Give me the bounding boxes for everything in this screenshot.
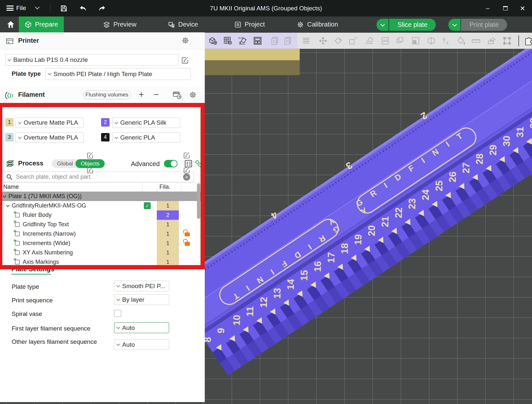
tree-scrollbar[interactable]	[197, 183, 200, 219]
filament-2-select[interactable]: Generic PLA Silk	[112, 118, 180, 128]
filament-4-swatch[interactable]: 4	[101, 133, 110, 141]
tab-project[interactable]: Project	[228, 17, 271, 32]
plugin-puzzle-icon[interactable]	[523, 36, 532, 46]
split-parts-icon[interactable]	[395, 36, 406, 46]
fila-cell[interactable]: 1	[157, 248, 179, 257]
filament-1-edit-icon[interactable]	[86, 151, 94, 159]
fila-cell[interactable]: 1	[157, 257, 179, 267]
redo-button[interactable]	[96, 4, 107, 13]
fila-cell[interactable]: 1	[157, 201, 179, 210]
file-menu[interactable]: File	[16, 5, 26, 12]
paste-icon[interactable]: P	[283, 36, 294, 46]
cut-icon[interactable]	[426, 36, 437, 46]
add-plate-icon[interactable]	[222, 36, 233, 46]
unlock-icon[interactable]	[185, 242, 190, 246]
fila-cell[interactable]: 2	[157, 210, 179, 220]
auto-orient-icon[interactable]: AUTO	[237, 36, 248, 46]
plate-settings-underline	[11, 274, 51, 275]
add-filament-button[interactable]: +	[139, 89, 144, 100]
plate-type-select[interactable]: Smooth PEI Plate / High Temp Plate	[45, 68, 191, 80]
text-tool-icon[interactable]: Ta	[440, 36, 451, 46]
lay-on-face-icon[interactable]	[364, 36, 375, 46]
process-scope-toggle: Global Objects	[52, 159, 105, 168]
tab-preview[interactable]: Preview	[97, 17, 142, 32]
ams-sync-icon[interactable]	[173, 91, 182, 99]
tree-row-plate[interactable]: Plate 1 (7U MKII AMS (OG))	[0, 192, 201, 201]
search-clear-icon[interactable]: ×	[183, 174, 190, 181]
add-object-icon[interactable]	[207, 36, 218, 46]
filament-3-swatch[interactable]: 3	[5, 133, 14, 141]
chevron-down-icon	[48, 72, 51, 75]
ruler-model[interactable]: G R I D F I N I T Y G R I D F I N I T Y …	[168, 32, 532, 376]
title-bar: 7U MKII Original AMS (Grouped Objects) F…	[0, 0, 532, 17]
filament-2-swatch[interactable]: 2	[101, 118, 110, 127]
search-input[interactable]	[16, 174, 180, 180]
slice-plate-button[interactable]: Slice plate	[389, 19, 436, 31]
unlock-icon[interactable]	[185, 232, 190, 236]
split-objects-icon[interactable]	[380, 36, 391, 46]
filament-3-edit-icon[interactable]	[86, 166, 94, 174]
ps-plate-type-label: Plate type	[12, 283, 110, 291]
tree-row-part[interactable]: Increments (Wide) 1	[0, 239, 201, 248]
search-icon	[6, 174, 13, 180]
print-dropdown-chevron[interactable]	[448, 19, 460, 31]
slice-dropdown-chevron[interactable]	[376, 19, 388, 31]
svg-text:P: P	[286, 39, 289, 44]
process-compare-icon[interactable]	[194, 159, 203, 168]
tab-prepare[interactable]: Prepare	[19, 17, 64, 32]
tree-row-part[interactable]: Ruler Body 2	[0, 210, 201, 220]
close-button[interactable]: ✕	[515, 0, 530, 17]
filament-1-swatch[interactable]: 1	[5, 118, 14, 127]
part-icon	[15, 241, 20, 246]
home-button[interactable]	[3, 17, 19, 32]
fill-color-icon[interactable]	[410, 36, 421, 46]
ps-plate-type-select[interactable]: Smooth PEI P...	[114, 281, 169, 291]
advanced-toggle[interactable]	[164, 160, 178, 167]
remove-filament-button[interactable]: −	[154, 89, 159, 100]
ps-other-layers-select[interactable]: Auto	[114, 339, 169, 350]
flushing-volumes-button[interactable]: Flushing volumes	[83, 90, 131, 99]
tree-row-part[interactable]: Increments (Narrow) 1	[0, 229, 201, 239]
minimize-button[interactable]: –	[480, 0, 495, 17]
filament-2-edit-icon[interactable]	[183, 151, 191, 159]
copy-icon[interactable]: 0	[270, 36, 281, 46]
paint-icon[interactable]	[456, 36, 467, 46]
arrange-icon[interactable]	[252, 36, 263, 46]
maximize-button[interactable]	[498, 0, 513, 17]
save-button[interactable]	[58, 4, 69, 13]
menu-icon[interactable]	[6, 6, 14, 11]
scope-global-button[interactable]: Global	[52, 159, 79, 168]
tab-device[interactable]: Device	[162, 17, 204, 32]
tree-row-part[interactable]: Gridfinity Top Text 1	[0, 220, 201, 229]
spiral-vase-checkbox[interactable]	[114, 310, 121, 317]
object-visible-checkbox[interactable]: ✓	[144, 202, 151, 209]
printer-select[interactable]: Bambu Lab P1S 0.4 nozzle	[5, 54, 179, 66]
printer-settings-gear-icon[interactable]	[181, 37, 189, 44]
measure-icon[interactable]	[470, 36, 481, 46]
fila-cell[interactable]: 1	[157, 220, 179, 229]
fila-column-header: Fila.	[159, 184, 170, 190]
fit-camera-icon[interactable]	[502, 36, 513, 46]
rotate-icon[interactable]	[332, 36, 343, 46]
ps-first-layer-select[interactable]: Auto	[114, 322, 169, 333]
variable-layer-icon[interactable]	[301, 36, 312, 46]
filament-settings-gear-icon[interactable]	[189, 91, 197, 99]
fila-cell[interactable]: 1	[157, 239, 179, 248]
fila-cell[interactable]: 1	[157, 229, 179, 239]
filament-4-edit-icon[interactable]	[183, 166, 191, 174]
filament-3-select[interactable]: Overture Matte PLA	[16, 132, 84, 143]
filament-1-select[interactable]: Overture Matte PLA	[16, 118, 84, 128]
tree-row-object[interactable]: GridfinityRulerMKII-AMS-OG ✓ 1	[0, 201, 201, 210]
preview-layers-icon	[103, 21, 110, 28]
assembly-icon[interactable]	[486, 36, 497, 46]
tree-row-part[interactable]: XY Axis Numbering 1	[0, 248, 201, 257]
tab-calibration[interactable]: Calibration	[291, 17, 344, 32]
undo-button[interactable]	[78, 4, 89, 13]
scale-icon[interactable]	[347, 36, 358, 46]
printer-edit-icon[interactable]	[181, 56, 189, 64]
move-icon[interactable]	[318, 36, 329, 46]
print-plate-button[interactable]: Print plate	[461, 19, 507, 31]
filament-4-select[interactable]: Generic PLA	[112, 132, 180, 143]
ps-other-layers-label: Other layers filament sequence	[12, 338, 110, 346]
ps-print-sequence-select[interactable]: By layer	[114, 294, 169, 305]
